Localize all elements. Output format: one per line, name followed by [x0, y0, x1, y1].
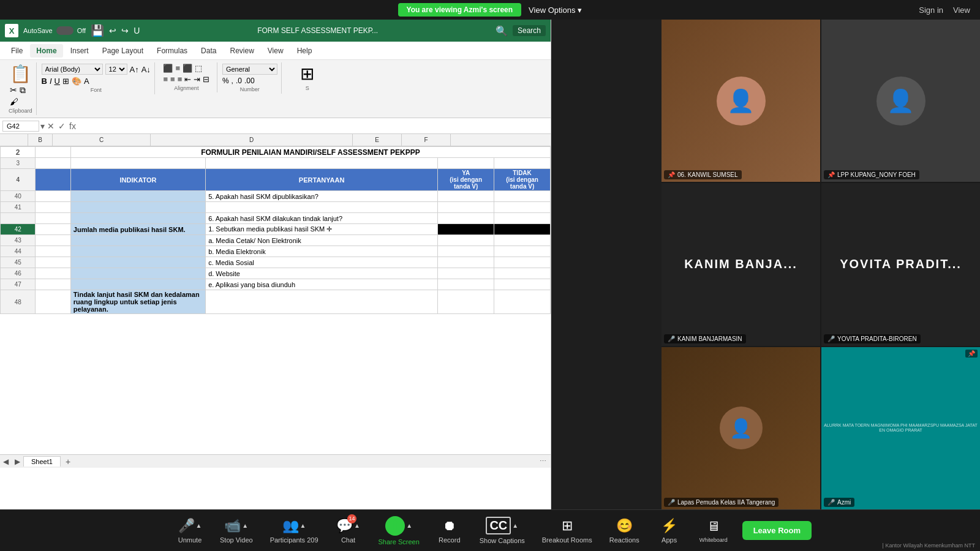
cell[interactable] [36, 257, 70, 268]
cell[interactable] [36, 191, 70, 202]
font-color-icon[interactable]: A [84, 77, 89, 86]
cell-ya[interactable] [438, 235, 494, 246]
cell-tidak[interactable] [494, 290, 551, 314]
col-b[interactable]: B [28, 134, 53, 146]
redo-icon[interactable]: ↪ [121, 26, 129, 36]
cell[interactable] [36, 213, 70, 224]
cell-pertanyaan[interactable]: b. Media Elektronik [206, 246, 438, 257]
unmute-caret[interactable]: ▲ [196, 522, 202, 529]
header-pertanyaan[interactable]: PERTANYAAN [206, 169, 438, 191]
video-tile-1[interactable]: 👤 📌 06. KANWIL SUMSEL [662, 20, 820, 182]
align-center-icon[interactable]: ≡ [170, 75, 175, 84]
cell[interactable] [70, 158, 205, 169]
menu-view[interactable]: View [262, 44, 290, 58]
expand-name-icon[interactable]: ▾ [40, 121, 45, 131]
font-grow-icon[interactable]: A↑ [130, 65, 139, 74]
view-link[interactable]: View [953, 6, 970, 15]
cell-ya[interactable] [438, 246, 494, 257]
number-format-selector[interactable]: General [222, 64, 277, 75]
video-caret[interactable]: ▲ [242, 522, 248, 529]
cut-icon[interactable]: ✂ [10, 85, 17, 96]
align-middle-icon[interactable]: ≡ [175, 64, 180, 73]
cell-pertanyaan[interactable]: c. Media Sosial [206, 257, 438, 268]
cell-pertanyaan[interactable]: 6. Apakah hasil SKM dilakukan tindak lan… [206, 213, 438, 224]
cell[interactable] [36, 279, 70, 290]
video-tile-5[interactable]: 👤 🎤 Lapas Pemuda Kelas IIA Tangerang [662, 347, 820, 509]
chat-button[interactable]: 💬 14 ▲ Chat [327, 514, 370, 547]
cell[interactable] [438, 158, 494, 169]
font-name-selector[interactable]: Arial (Body) [42, 64, 103, 75]
cell-indikator[interactable]: Jumlah media publikasi hasil SKM. [70, 224, 205, 235]
unmute-button[interactable]: 🎤 ▲ Unmute [168, 514, 211, 547]
cell-pertanyaan[interactable]: e. Aplikasi yang bisa diunduh [206, 279, 438, 290]
cell-indikator[interactable] [70, 202, 205, 213]
breakout-rooms-button[interactable]: ⊞ Breakout Rooms [533, 514, 601, 547]
copy-icon[interactable]: ⧉ [20, 85, 26, 96]
font-shrink-icon[interactable]: A↓ [141, 65, 151, 74]
cell-pertanyaan[interactable]: a. Media Cetak/ Non Elektronik [206, 235, 438, 246]
cell[interactable] [36, 147, 70, 158]
menu-home[interactable]: Home [30, 44, 62, 58]
menu-review[interactable]: Review [224, 44, 260, 58]
stop-video-button[interactable]: 📹 ▲ Stop Video [211, 514, 262, 547]
undo-icon[interactable]: ↩ [109, 26, 116, 36]
cell-tidak[interactable] [494, 246, 551, 257]
video-tile-2[interactable]: 👤 📌 LPP KUPANG_NONY FOEH [821, 20, 980, 182]
thousands-icon[interactable]: , [232, 77, 233, 85]
menu-data[interactable]: Data [195, 44, 222, 58]
col-f[interactable]: F [402, 134, 451, 146]
cell-tidak[interactable] [494, 202, 551, 213]
chat-caret[interactable]: ▲ [354, 522, 360, 529]
menu-formulas[interactable]: Formulas [151, 44, 194, 58]
cell[interactable] [36, 246, 70, 257]
col-e[interactable]: E [353, 134, 402, 146]
record-button[interactable]: ⏺ Record [428, 514, 471, 547]
cell-tidak[interactable] [494, 235, 551, 246]
cell-ya[interactable] [438, 279, 494, 290]
cell[interactable] [206, 158, 438, 169]
cell-indikator[interactable] [70, 268, 205, 279]
cell-indikator[interactable] [70, 191, 205, 202]
cell-tidak[interactable] [494, 279, 551, 290]
header-indikator[interactable]: INDIKATOR [70, 169, 205, 191]
menu-page-layout[interactable]: Page Layout [96, 44, 149, 58]
more-options-icon[interactable]: ⋯ [535, 457, 551, 465]
cell[interactable] [36, 169, 70, 191]
video-tile-4[interactable]: YOVITA PRADIT... 🎤 YOVITA PRADITA-BIRORE… [821, 183, 980, 345]
header-ya[interactable]: YA (isi dengan tanda V) [438, 169, 494, 191]
video-tile-6[interactable]: ALURRK MATA TOERN MAGNIIMOMA PHI MAAMARZ… [821, 347, 980, 509]
cell-tidak-selected[interactable] [494, 224, 551, 235]
show-captions-button[interactable]: CC ▲ Show Captions [471, 513, 533, 548]
share-screen-button[interactable]: ⬆ ▲ Share Screen [370, 512, 428, 549]
underline-icon[interactable]: U [134, 26, 140, 36]
cell-indikator[interactable]: Tindak lanjut hasil SKM dan kedalaman ru… [70, 290, 205, 314]
header-tidak[interactable]: TIDAK (isi dengan tanda V) [494, 169, 551, 191]
insert-function-icon[interactable]: fx [68, 121, 77, 131]
view-options-button[interactable]: View Options ▾ [529, 6, 582, 15]
cell[interactable] [494, 158, 551, 169]
video-tile-3[interactable]: KANIM BANJA... 🎤 KANIM BANJARMASIN [662, 183, 820, 345]
cell[interactable] [36, 224, 70, 235]
sheet1-tab[interactable]: Sheet1 [23, 456, 61, 467]
cell-pertanyaan[interactable]: 5. Apakah hasil SKM dipublikasikan? [206, 191, 438, 202]
cell-pertanyaan[interactable]: 1. Sebutkan media publikasi hasil SKM ✛ [206, 224, 438, 235]
cell-title[interactable]: FORMULIR PENILAIAN MANDIRI/SELF ASSESSME… [70, 147, 550, 158]
increase-decimal-icon[interactable]: .0 [236, 77, 242, 85]
captions-caret[interactable]: ▲ [512, 522, 518, 529]
participants-button[interactable]: 👥 ▲ Participants 209 [262, 514, 327, 547]
cell-pertanyaan[interactable]: d. Website [206, 268, 438, 279]
fill-color-icon[interactable]: 🎨 [72, 77, 81, 86]
cell-indikator[interactable] [70, 246, 205, 257]
cell-pertanyaan[interactable] [206, 290, 438, 314]
align-top-icon[interactable]: ⬛ [163, 64, 173, 73]
share-caret[interactable]: ▲ [406, 522, 412, 529]
search-icon[interactable]: 🔍 [496, 25, 508, 37]
cell[interactable] [36, 290, 70, 314]
italic-icon[interactable]: I [50, 77, 52, 86]
paste-icon[interactable]: 📋 [10, 64, 31, 84]
reactions-button[interactable]: 😊 Reactions [601, 514, 648, 547]
percent-icon[interactable]: % [222, 77, 229, 85]
cell[interactable] [36, 202, 70, 213]
wrap-text-icon[interactable]: ⬚ [195, 64, 202, 73]
confirm-formula-icon[interactable]: ✓ [57, 121, 67, 131]
